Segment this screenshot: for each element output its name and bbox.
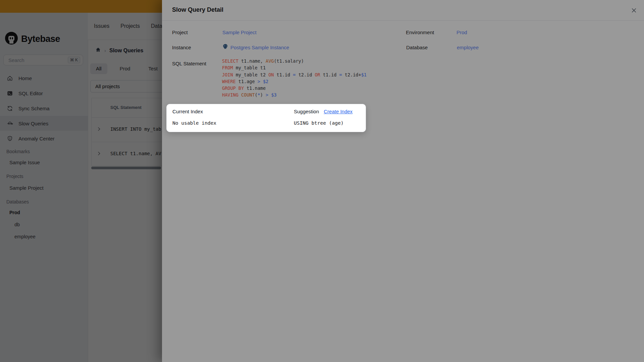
current-index-value: No usable index [172, 120, 216, 126]
suggestion-header: Suggestion Create Index [294, 109, 353, 114]
suggestion-value: USING btree (age) [294, 120, 343, 126]
app-root: Bytebase ⌘ K HomeSQL EditorSync SchemaSl… [0, 0, 644, 362]
suggestion-header-text: Suggestion [294, 109, 319, 114]
create-index-link[interactable]: Create Index [324, 109, 353, 114]
current-index-header: Current Index [172, 109, 203, 114]
index-card-backdrop[interactable] [0, 0, 644, 362]
index-suggestion-card: Current Index No usable index Suggestion… [166, 104, 366, 132]
